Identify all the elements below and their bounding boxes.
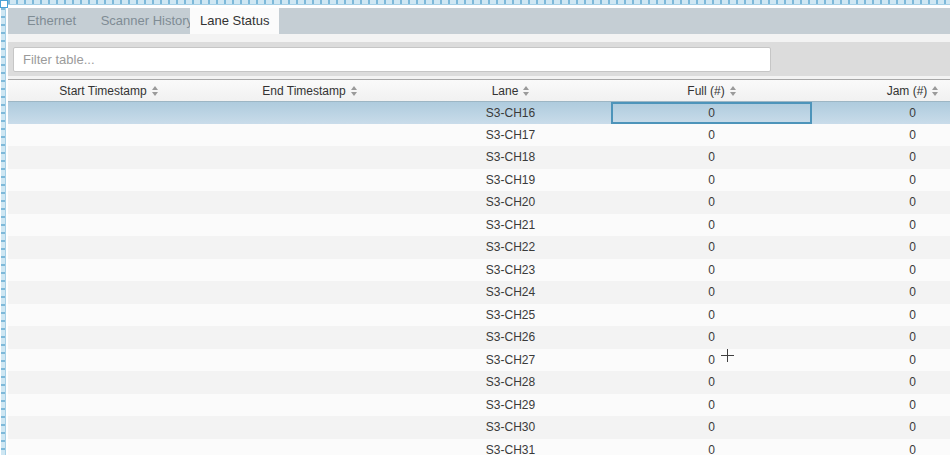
cell-full[interactable]: 0 — [611, 394, 812, 417]
column-header-end[interactable]: End Timestamp — [209, 80, 410, 101]
selection-resize-handle[interactable] — [0, 0, 8, 8]
cell-full[interactable]: 0 — [611, 304, 812, 327]
cell-lane[interactable]: S3-CH23 — [410, 259, 611, 282]
table-row-S3-CH25[interactable]: S3-CH2500 — [8, 304, 950, 327]
cell-start[interactable] — [8, 124, 209, 147]
cell-end[interactable] — [209, 439, 410, 455]
table-row-S3-CH29[interactable]: S3-CH2900 — [8, 394, 950, 417]
column-header-jam[interactable]: Jam (#) — [812, 80, 950, 101]
cell-lane[interactable]: S3-CH16 — [410, 102, 611, 124]
cell-start[interactable] — [8, 439, 209, 455]
column-header-lane[interactable]: Lane — [410, 80, 611, 101]
table-row-S3-CH28[interactable]: S3-CH2800 — [8, 371, 950, 394]
cell-lane[interactable]: S3-CH21 — [410, 214, 611, 237]
cell-lane[interactable]: S3-CH20 — [410, 191, 611, 214]
cell-jam[interactable]: 0 — [812, 259, 950, 282]
cell-end[interactable] — [209, 191, 410, 214]
cell-jam[interactable]: 0 — [812, 281, 950, 304]
cell-full[interactable]: 0 — [611, 259, 812, 282]
cell-end[interactable] — [209, 236, 410, 259]
cell-end[interactable] — [209, 326, 410, 349]
table-row-S3-CH23[interactable]: S3-CH2300 — [8, 259, 950, 282]
cell-lane[interactable]: S3-CH17 — [410, 124, 611, 147]
cell-full[interactable]: 0 — [611, 146, 812, 169]
cell-end[interactable] — [209, 304, 410, 327]
cell-end[interactable] — [209, 214, 410, 237]
cell-end[interactable] — [209, 259, 410, 282]
cell-lane[interactable]: S3-CH19 — [410, 169, 611, 192]
cell-full[interactable]: 0 — [611, 281, 812, 304]
cell-start[interactable] — [8, 304, 209, 327]
cell-start[interactable] — [8, 191, 209, 214]
cell-start[interactable] — [8, 236, 209, 259]
cell-jam[interactable]: 0 — [812, 214, 950, 237]
cell-full[interactable]: 0 — [611, 439, 812, 455]
cell-end[interactable] — [209, 371, 410, 394]
cell-lane[interactable]: S3-CH30 — [410, 416, 611, 439]
cell-start[interactable] — [8, 169, 209, 192]
cell-jam[interactable]: 0 — [812, 439, 950, 455]
tab-lane-status[interactable]: Lane Status — [190, 8, 279, 34]
cell-jam[interactable]: 0 — [812, 394, 950, 417]
cell-end[interactable] — [209, 169, 410, 192]
table-row-S3-CH31[interactable]: S3-CH3100 — [8, 439, 950, 455]
cell-jam[interactable]: 0 — [812, 191, 950, 214]
cell-full[interactable]: 0 — [611, 371, 812, 394]
cell-end[interactable] — [209, 102, 410, 124]
cell-full[interactable]: 0 — [611, 124, 812, 147]
cell-lane[interactable]: S3-CH28 — [410, 371, 611, 394]
cell-full[interactable]: 0 — [611, 102, 812, 124]
cell-start[interactable] — [8, 281, 209, 304]
cell-full[interactable]: 0 — [611, 191, 812, 214]
cell-full[interactable]: 0 — [611, 326, 812, 349]
cell-jam[interactable]: 0 — [812, 416, 950, 439]
cell-end[interactable] — [209, 416, 410, 439]
table-row-S3-CH17[interactable]: S3-CH1700 — [8, 124, 950, 147]
column-header-full[interactable]: Full (#) — [611, 80, 812, 101]
cell-full[interactable]: 0 — [611, 416, 812, 439]
cell-jam[interactable]: 0 — [812, 371, 950, 394]
cell-jam[interactable]: 0 — [812, 169, 950, 192]
cell-start[interactable] — [8, 146, 209, 169]
table-row-S3-CH18[interactable]: S3-CH1800 — [8, 146, 950, 169]
cell-start[interactable] — [8, 394, 209, 417]
cell-lane[interactable]: S3-CH31 — [410, 439, 611, 455]
table-row-S3-CH30[interactable]: S3-CH3000 — [8, 416, 950, 439]
cell-start[interactable] — [8, 371, 209, 394]
cell-lane[interactable]: S3-CH29 — [410, 394, 611, 417]
table-row-S3-CH26[interactable]: S3-CH2600 — [8, 326, 950, 349]
tab-scanner-history[interactable]: Scanner History — [101, 8, 185, 34]
table-row-S3-CH21[interactable]: S3-CH2100 — [8, 214, 950, 237]
cell-lane[interactable]: S3-CH25 — [410, 304, 611, 327]
cell-lane[interactable]: S3-CH24 — [410, 281, 611, 304]
cell-start[interactable] — [8, 214, 209, 237]
cell-jam[interactable]: 0 — [812, 304, 950, 327]
cell-full[interactable]: 0 — [611, 214, 812, 237]
table-row-S3-CH22[interactable]: S3-CH2200 — [8, 236, 950, 259]
cell-end[interactable] — [209, 394, 410, 417]
cell-end[interactable] — [209, 146, 410, 169]
cell-full[interactable]: 0 — [611, 236, 812, 259]
cell-start[interactable] — [8, 259, 209, 282]
cell-jam[interactable]: 0 — [812, 102, 950, 124]
table-row-S3-CH20[interactable]: S3-CH2000 — [8, 191, 950, 214]
cell-jam[interactable]: 0 — [812, 326, 950, 349]
table-row-S3-CH24[interactable]: S3-CH2400 — [8, 281, 950, 304]
cell-start[interactable] — [8, 326, 209, 349]
cell-jam[interactable]: 0 — [812, 124, 950, 147]
cell-end[interactable] — [209, 349, 410, 372]
cell-end[interactable] — [209, 124, 410, 147]
cell-end[interactable] — [209, 281, 410, 304]
cell-lane[interactable]: S3-CH26 — [410, 326, 611, 349]
cell-lane[interactable]: S3-CH27 — [410, 349, 611, 372]
cell-start[interactable] — [8, 102, 209, 124]
table-row-S3-CH19[interactable]: S3-CH1900 — [8, 169, 950, 192]
filter-input[interactable] — [13, 47, 771, 72]
cell-lane[interactable]: S3-CH22 — [410, 236, 611, 259]
cell-full[interactable]: 0 — [611, 349, 812, 372]
table-row-S3-CH27[interactable]: S3-CH2700 — [8, 349, 950, 372]
cell-jam[interactable]: 0 — [812, 349, 950, 372]
cell-jam[interactable]: 0 — [812, 236, 950, 259]
cell-full[interactable]: 0 — [611, 169, 812, 192]
cell-start[interactable] — [8, 416, 209, 439]
